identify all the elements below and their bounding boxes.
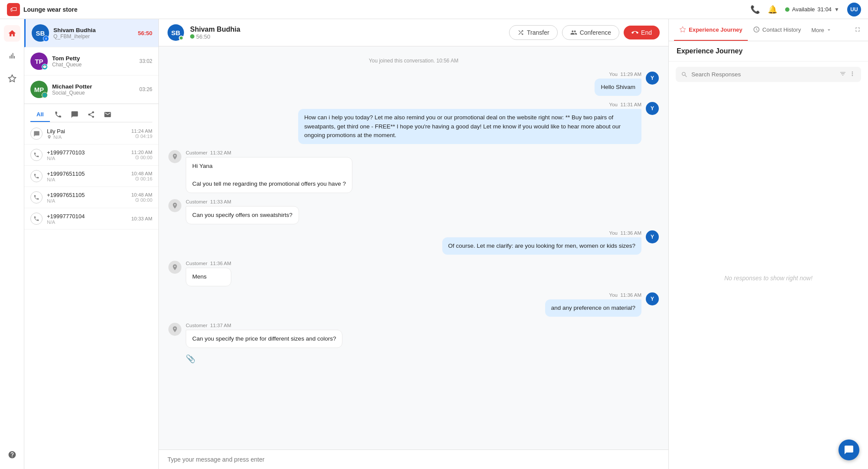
msg-bubble-4: and any preference on material? [545, 299, 641, 317]
msg-bubble-1: Hello Shivam [595, 79, 641, 96]
system-message: You joined this conversation. 10:56 AM [168, 58, 659, 64]
search-input[interactable] [691, 71, 836, 78]
contact-item-phone3[interactable]: +19997651105 N/A 10:48 AM 00:00 [24, 187, 158, 208]
right-panel-title: Experience Journey [669, 41, 868, 62]
attachment-row: 📎 [186, 354, 659, 364]
filter-tab-phone[interactable] [50, 108, 66, 122]
contact-name-phone2: +19997651105 [47, 171, 131, 177]
conversations-panel: SB f Shivam Budhia Q_FBM_ihelper 56:50 T… [24, 19, 159, 469]
conv-name-tom: Tom Petty [52, 55, 136, 62]
contact-item-phone2[interactable]: +19997651105 N/A 10:48 AM 00:16 [24, 166, 158, 187]
contact-time-phone3: 10:48 AM [131, 192, 152, 197]
msg-meta-cust-1: Customer 11:32 AM [186, 150, 352, 155]
conv-name-shivam: Shivam Budhia [53, 27, 135, 33]
msg-agent-2: Y You 11:31 AM How can i help you today?… [168, 102, 659, 144]
contact-icon-phone2 [30, 170, 43, 182]
more-options-icon[interactable] [849, 70, 856, 79]
avatar-tom: TP 💬 [30, 52, 48, 70]
nav-analytics[interactable] [4, 48, 20, 64]
filter-icon[interactable] [839, 70, 846, 79]
chat-messages: You joined this conversation. 10:56 AM Y… [159, 46, 668, 449]
contact-icon-phone4 [30, 213, 43, 225]
nav-help[interactable] [4, 446, 20, 463]
avatar-shivam: SB f [32, 24, 49, 42]
store-name: Lounge wear store [23, 6, 77, 13]
msg-agent-4: Y You 11:36 AM and any preference on mat… [168, 292, 659, 317]
user-avatar[interactable]: UU [847, 3, 861, 16]
msg-bubble-cust-4: Can you specify the price for different … [186, 330, 342, 348]
tab-more[interactable]: More [807, 20, 836, 40]
transfer-button[interactable]: Transfer [509, 25, 558, 40]
chat-widget-button[interactable] [838, 439, 859, 460]
msg-agent-3: Y You 11:36 AM Of course. Let me clarify… [168, 230, 659, 255]
conv-time-tom: 33:02 [139, 58, 152, 64]
filter-tab-chat[interactable] [66, 108, 83, 122]
contact-item-phone4[interactable]: +19997770104 N/A 10:33 AM [24, 208, 158, 230]
chat-header: SB Shivam Budhia 56:50 Transfer Conferen… [159, 19, 668, 46]
agent-avatar-1: Y [646, 72, 659, 85]
msg-meta-2: You 11:31 AM [298, 102, 641, 107]
conversation-list: SB f Shivam Budhia Q_FBM_ihelper 56:50 T… [24, 19, 158, 104]
conv-item-tom[interactable]: TP 💬 Tom Petty Chat_Queue 33:02 [24, 47, 158, 75]
chat-contact-name: Shivam Budhia [190, 26, 503, 33]
msg-customer-4: Customer 11:37 AM Can you specify the pr… [168, 323, 659, 348]
expand-icon[interactable] [852, 24, 863, 36]
conv-name-michael: Michael Potter [52, 83, 136, 90]
tab-experience-journey[interactable]: Experience Journey [674, 19, 748, 41]
tab-contact-history[interactable]: Contact History [748, 19, 806, 41]
msg-customer-3: Customer 11:36 AM Mens [168, 261, 659, 286]
attachment-icon[interactable]: 📎 [186, 354, 195, 364]
contact-dur-lily: 04:19 [140, 134, 152, 139]
contact-icon-chat [30, 128, 43, 140]
contact-item-lily[interactable]: Lily Pai N/A 11:24 AM 04:19 [24, 123, 158, 144]
left-nav [0, 19, 24, 469]
bell-icon[interactable]: 🔔 [768, 5, 777, 14]
msg-bubble-3: Of course. Let me clarify: are you looki… [442, 237, 641, 255]
conv-item-shivam[interactable]: SB f Shivam Budhia Q_FBM_ihelper 56:50 [24, 19, 158, 47]
right-panel: Experience Journey Contact History More … [668, 19, 868, 469]
msg-customer-2: Customer 11:33 AM Can you specify offers… [168, 199, 659, 224]
agent-avatar-3: Y [646, 230, 659, 243]
timer-label: 31:04 [818, 6, 832, 13]
contact-list: Lily Pai N/A 11:24 AM 04:19 [24, 123, 158, 469]
chat-timer: 56:50 [196, 33, 210, 40]
msg-meta-3: You 11:36 AM [442, 230, 641, 236]
msg-bubble-cust-2: Can you specify offers on sweatshirts? [186, 206, 299, 224]
agent-avatar-4: Y [646, 292, 659, 305]
msg-meta-cust-4: Customer 11:37 AM [186, 323, 342, 328]
msg-meta-cust-2: Customer 11:33 AM [186, 199, 299, 204]
msg-bubble-2: How can i help you today? Let me also re… [298, 109, 641, 144]
conv-item-michael[interactable]: MP 🌐 Michael Potter Social_Queue 03:26 [24, 75, 158, 104]
dropdown-icon[interactable]: ▼ [834, 7, 839, 13]
phone-icon[interactable]: 📞 [750, 5, 760, 14]
filter-tab-share[interactable] [83, 108, 99, 122]
msg-meta-4: You 11:36 AM [545, 292, 641, 298]
empty-state: No responses to show right now! [669, 87, 868, 469]
contact-item-phone1[interactable]: +19997770103 N/A 11:20 AM 00:00 [24, 144, 158, 166]
avatar-michael: MP 🌐 [30, 81, 48, 98]
app-logo: 🏷 [7, 3, 20, 16]
agent-avatar-2: Y [646, 102, 659, 115]
conv-queue-michael: Social_Queue [52, 90, 136, 96]
end-button[interactable]: End [624, 26, 660, 39]
nav-home[interactable] [4, 25, 20, 42]
contact-time-phone1: 11:20 AM [131, 150, 152, 155]
chat-input[interactable] [168, 456, 660, 463]
contact-name-phone3: +19997651105 [47, 192, 131, 198]
chat-area: SB Shivam Budhia 56:50 Transfer Conferen… [159, 19, 668, 469]
msg-customer-1: Customer 11:32 AM Hi YanaCal you tell me… [168, 150, 659, 193]
contact-name-phone4: +19997770104 [47, 213, 131, 220]
conv-queue-tom: Chat_Queue [52, 62, 136, 68]
search-bar [676, 67, 861, 82]
msg-bubble-cust-3: Mens [186, 268, 231, 286]
filter-tab-all[interactable]: All [30, 108, 50, 122]
contact-time-phone4: 10:33 AM [131, 216, 152, 221]
msg-meta-cust-3: Customer 11:36 AM [186, 261, 231, 266]
conference-button[interactable]: Conference [562, 25, 619, 40]
filter-tab-email[interactable] [99, 108, 116, 122]
customer-avatar-1 [168, 150, 181, 163]
empty-state-text: No responses to show right now! [724, 275, 812, 282]
nav-star[interactable] [4, 70, 20, 87]
msg-bubble-cust-1: Hi YanaCal you tell me regarding the pro… [186, 157, 352, 193]
contact-icon-phone1 [30, 149, 43, 161]
